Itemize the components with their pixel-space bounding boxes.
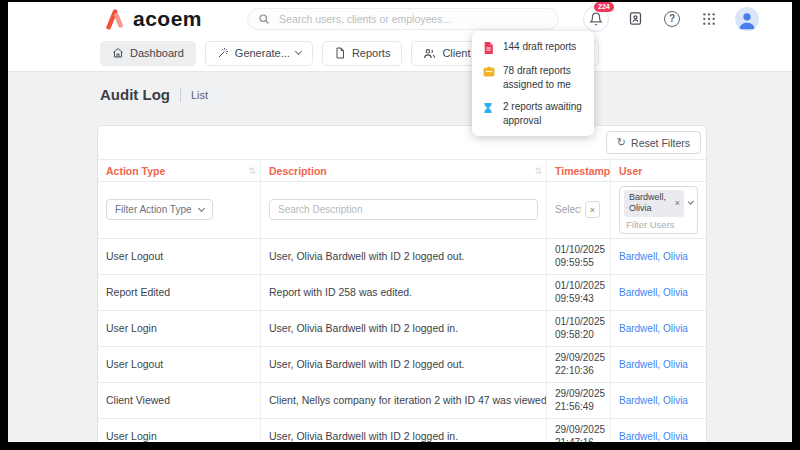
contacts-button[interactable] <box>624 8 646 30</box>
timestamp-filter-clear-button[interactable]: × <box>585 201 600 218</box>
description-filter-input[interactable] <box>269 199 538 220</box>
app-window: acoem 224 <box>8 2 792 442</box>
column-header-action-type[interactable]: Action Type ⇅ <box>98 160 261 181</box>
sort-icon[interactable]: ⇅ <box>248 166 256 176</box>
top-header: acoem 224 <box>8 2 792 35</box>
global-search[interactable] <box>247 8 559 30</box>
table-row[interactable]: User Login User, Olivia Bardwell with ID… <box>98 310 706 346</box>
main-nav: Dashboard Generate... Reports <box>8 35 792 72</box>
logo[interactable]: acoem <box>105 7 202 31</box>
logo-text: acoem <box>133 7 202 31</box>
dropdown-item-assigned-reports[interactable]: 78 draft reports assigned to me <box>482 64 584 91</box>
filter-cell-description <box>261 182 547 238</box>
timestamp-cell: 01/10/202509:59:43 <box>555 279 605 306</box>
description-cell: Report with ID 258 was edited. <box>269 286 412 298</box>
help-button[interactable]: ? <box>661 8 683 30</box>
close-icon: × <box>590 205 595 215</box>
user-link[interactable]: Bardwell, Olivia <box>619 359 688 370</box>
action-type-cell: User Logout <box>106 250 163 262</box>
timestamp-cell: 01/10/202509:58:20 <box>555 315 605 342</box>
user-link[interactable]: Bardwell, Olivia <box>619 323 688 334</box>
timestamp-cell: 29/09/202522:10:36 <box>555 351 605 378</box>
tab-dashboard[interactable]: Dashboard <box>100 41 196 66</box>
table-row[interactable]: User Logout User, Olivia Bardwell with I… <box>98 346 706 382</box>
dropdown-item-draft-reports[interactable]: 144 draft reports <box>482 40 584 55</box>
table-row[interactable]: Client Viewed Client, Nellys company for… <box>98 382 706 418</box>
description-cell: User, Olivia Bardwell with ID 2 logged o… <box>269 358 465 370</box>
user-link[interactable]: Bardwell, Olivia <box>619 395 688 406</box>
assigned-badge-icon <box>482 65 496 78</box>
breadcrumb-list-label: List <box>191 89 208 101</box>
help-icon: ? <box>664 11 680 27</box>
action-type-cell: User Logout <box>106 358 163 370</box>
description-cell: User, Olivia Bardwell with ID 2 logged i… <box>269 430 458 442</box>
action-type-cell: Report Edited <box>106 286 170 298</box>
dropdown-item-label: 78 draft reports assigned to me <box>503 64 584 91</box>
description-cell: User, Olivia Bardwell with ID 2 logged o… <box>269 250 465 262</box>
action-type-cell: User Login <box>106 322 157 334</box>
column-header-user[interactable]: User <box>611 160 706 181</box>
reports-notification-dropdown: 144 draft reports 78 draft reports assig… <box>472 31 594 136</box>
user-link[interactable]: Bardwell, Olivia <box>619 287 688 298</box>
reset-filters-label: Reset Filters <box>631 137 690 149</box>
table-row[interactable]: User Login User, Olivia Bardwell with ID… <box>98 418 706 443</box>
tab-generate[interactable]: Generate... <box>205 41 313 66</box>
id-badge-icon <box>628 11 643 26</box>
audit-log-card: ↻ Reset Filters Action Type ⇅ Descriptio… <box>97 125 707 442</box>
hourglass-icon <box>482 101 496 115</box>
notifications-button[interactable]: 224 <box>583 6 609 32</box>
user-filter-select[interactable]: Bardwell, Olivia × Filter Users <box>619 186 698 234</box>
filter-cell-timestamp: Select × <box>547 182 611 238</box>
dropdown-item-label: 144 draft reports <box>503 40 576 54</box>
action-type-cell: User Login <box>106 430 157 442</box>
timestamp-filter-select[interactable]: Select <box>555 204 581 215</box>
description-cell: Client, Nellys company for iteration 2 w… <box>269 394 547 406</box>
divider <box>180 88 181 102</box>
table-header-row: Action Type ⇅ Description ⇅ Timestamp ↓ … <box>98 159 706 181</box>
chevron-down-icon <box>197 205 204 212</box>
users-icon <box>423 47 436 60</box>
refresh-icon: ↻ <box>617 136 626 149</box>
reset-filters-button[interactable]: ↻ Reset Filters <box>606 131 701 154</box>
apps-grid-icon <box>702 12 716 26</box>
card-toolbar: ↻ Reset Filters <box>98 126 706 159</box>
tab-reports[interactable]: Reports <box>322 41 403 66</box>
bell-icon <box>589 12 603 26</box>
table-row[interactable]: Report Edited Report with ID 258 was edi… <box>98 274 706 310</box>
document-icon <box>334 47 346 59</box>
timestamp-cell: 29/09/202521:47:16 <box>555 423 605 443</box>
user-link[interactable]: Bardwell, Olivia <box>619 251 688 262</box>
close-icon[interactable]: × <box>675 198 680 209</box>
sort-icon[interactable]: ⇅ <box>534 166 542 176</box>
timestamp-cell: 01/10/202509:59:55 <box>555 243 605 270</box>
chevron-down-icon <box>295 48 302 55</box>
action-type-filter-select[interactable]: Filter Action Type <box>106 199 213 220</box>
search-input[interactable] <box>277 12 548 26</box>
filter-cell-action-type: Filter Action Type <box>98 182 261 238</box>
table-filter-row: Filter Action Type Select × <box>98 181 706 238</box>
filter-cell-user: Bardwell, Olivia × Filter Users <box>611 182 706 238</box>
tab-label: Dashboard <box>130 47 184 59</box>
draft-report-icon <box>482 41 496 55</box>
table-row[interactable]: User Logout User, Olivia Bardwell with I… <box>98 238 706 274</box>
user-avatar[interactable] <box>735 7 759 31</box>
description-cell: User, Olivia Bardwell with ID 2 logged i… <box>269 322 458 334</box>
page-title: Audit Log <box>100 86 170 103</box>
audit-log-table: Action Type ⇅ Description ⇅ Timestamp ↓ … <box>98 159 706 442</box>
tab-label: Generate... <box>235 47 290 59</box>
column-header-description[interactable]: Description ⇅ <box>261 160 547 181</box>
apps-grid-button[interactable] <box>698 8 720 30</box>
header-actions: 224 ? <box>583 6 759 32</box>
acoem-logo-icon <box>105 8 127 30</box>
column-header-timestamp[interactable]: Timestamp ↓ <box>547 160 611 181</box>
timestamp-cell: 29/09/202521:56:49 <box>555 387 605 414</box>
home-icon <box>112 47 124 59</box>
notification-count-badge: 224 <box>594 2 614 12</box>
dropdown-item-label: 2 reports awaiting approval <box>503 100 584 127</box>
tab-label: Reports <box>352 47 391 59</box>
dropdown-item-awaiting-approval[interactable]: 2 reports awaiting approval <box>482 100 584 127</box>
chevron-down-icon[interactable] <box>688 199 694 205</box>
user-link[interactable]: Bardwell, Olivia <box>619 431 688 442</box>
user-filter-chip: Bardwell, Olivia × <box>624 190 684 217</box>
wand-icon <box>217 47 229 59</box>
